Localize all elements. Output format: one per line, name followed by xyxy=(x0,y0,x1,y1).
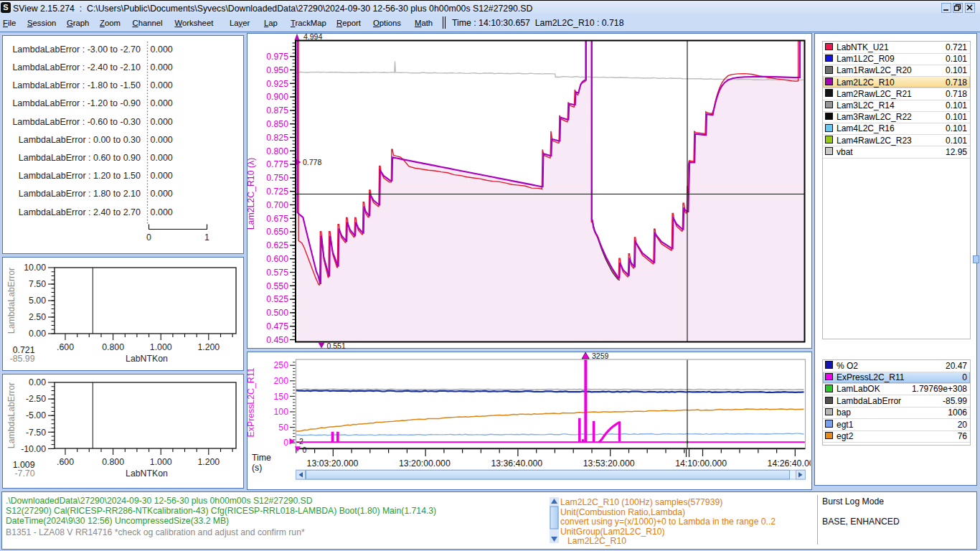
svg-text:0.575: 0.575 xyxy=(266,268,288,278)
svg-text:-10.00: -10.00 xyxy=(21,444,46,454)
svg-text:0.550: 0.550 xyxy=(266,281,288,291)
svg-text:-7.50: -7.50 xyxy=(26,428,46,438)
svg-text:0.925: 0.925 xyxy=(266,79,288,89)
svg-text:LambdaLabError : -2.40 to -2.1: LambdaLabError : -2.40 to -2.10 xyxy=(12,62,141,72)
svg-text:0.650: 0.650 xyxy=(266,227,288,237)
svg-text:0.950: 0.950 xyxy=(266,65,288,75)
svg-text:ExPressL2C_R11: ExPressL2C_R11 xyxy=(246,367,256,437)
svg-text:7.50: 7.50 xyxy=(29,279,46,289)
svg-text:0.600: 0.600 xyxy=(266,254,288,264)
svg-text:0.775: 0.775 xyxy=(266,159,288,169)
svg-text:0.000: 0.000 xyxy=(151,207,173,217)
svg-text:0: 0 xyxy=(283,438,288,448)
svg-text:150: 150 xyxy=(273,392,288,402)
svg-text:0: 0 xyxy=(303,446,307,454)
svg-text:14:26:40.000: 14:26:40.000 xyxy=(768,458,819,468)
svg-text:2.50: 2.50 xyxy=(29,312,46,322)
svg-text:0.778: 0.778 xyxy=(303,158,321,166)
svg-text:0.000: 0.000 xyxy=(151,135,173,145)
svg-text:1.000: 1.000 xyxy=(150,342,172,352)
svg-text:0.450: 0.450 xyxy=(266,335,288,345)
svg-text:0.800: 0.800 xyxy=(266,146,288,156)
svg-text:LambdaLabError : 1.20 to 1.50: LambdaLabError : 1.20 to 1.50 xyxy=(19,171,141,181)
svg-text:LambdaLabError : 1.80 to 2.10: LambdaLabError : 1.80 to 2.10 xyxy=(19,189,141,199)
svg-text:0.750: 0.750 xyxy=(266,173,288,183)
svg-text:LabNTKon: LabNTKon xyxy=(126,468,168,479)
svg-text:LambdaLabError: LambdaLabError xyxy=(6,382,17,448)
svg-text:0.00: 0.00 xyxy=(29,329,46,339)
svg-text:0.000: 0.000 xyxy=(151,171,173,181)
svg-text:.600: .600 xyxy=(57,342,74,352)
svg-text:LambdaLabError : 2.40 to 2.70: LambdaLabError : 2.40 to 2.70 xyxy=(19,207,141,217)
svg-text:100: 100 xyxy=(273,407,288,417)
svg-text:0.675: 0.675 xyxy=(266,214,288,224)
svg-text:0.850: 0.850 xyxy=(266,119,288,129)
svg-text:1: 1 xyxy=(204,232,209,242)
svg-text:0.800: 0.800 xyxy=(102,457,124,467)
svg-text:13:53:20.000: 13:53:20.000 xyxy=(583,458,635,468)
svg-text:13:03:20.000: 13:03:20.000 xyxy=(307,458,359,468)
svg-text:0: 0 xyxy=(146,232,151,242)
svg-text:1.200: 1.200 xyxy=(197,457,220,467)
svg-text:10.00: 10.00 xyxy=(24,263,46,273)
svg-text:1.000: 1.000 xyxy=(150,457,172,467)
svg-text:Time: Time xyxy=(252,453,271,463)
svg-text:50: 50 xyxy=(278,423,288,433)
svg-text:0.725: 0.725 xyxy=(266,187,288,197)
svg-text:-2: -2 xyxy=(297,437,303,446)
svg-text:LambdaLabError: LambdaLabError xyxy=(6,268,17,334)
svg-text:-7.70: -7.70 xyxy=(14,468,34,479)
svg-text:250: 250 xyxy=(273,360,288,370)
svg-text:0.625: 0.625 xyxy=(266,240,288,250)
svg-text:0.000: 0.000 xyxy=(151,153,173,163)
svg-text:LambdaLabError : -1.20 to -0.9: LambdaLabError : -1.20 to -0.90 xyxy=(12,98,141,108)
svg-text:0.800: 0.800 xyxy=(102,342,124,352)
svg-text:(s): (s) xyxy=(252,463,262,473)
svg-text:4.994: 4.994 xyxy=(303,32,322,41)
svg-text:0.900: 0.900 xyxy=(266,92,288,102)
svg-text:0.551: 0.551 xyxy=(327,342,346,350)
svg-text:0.000: 0.000 xyxy=(151,117,173,127)
svg-text:5.00: 5.00 xyxy=(29,296,46,306)
svg-text:14:10:00.000: 14:10:00.000 xyxy=(675,458,727,468)
svg-text:0.475: 0.475 xyxy=(266,321,288,331)
svg-text:3259: 3259 xyxy=(592,352,609,360)
svg-text:0.500: 0.500 xyxy=(266,308,288,318)
svg-text:0.000: 0.000 xyxy=(151,80,173,90)
svg-text:0.000: 0.000 xyxy=(151,98,173,108)
svg-text:-85.99: -85.99 xyxy=(10,354,35,364)
svg-text:200: 200 xyxy=(273,376,288,386)
svg-text:0.000: 0.000 xyxy=(151,62,173,72)
svg-text:0.875: 0.875 xyxy=(266,105,288,116)
svg-text:LambdaLabError : -3.00 to -2.7: LambdaLabError : -3.00 to -2.70 xyxy=(12,44,141,55)
svg-text:13:20:00.000: 13:20:00.000 xyxy=(399,458,451,468)
svg-text:0.825: 0.825 xyxy=(266,133,288,143)
svg-text:LabNTKon: LabNTKon xyxy=(126,354,168,364)
svg-text:-5.00: -5.00 xyxy=(26,410,46,420)
svg-text:0.700: 0.700 xyxy=(266,200,288,210)
svg-text:Lam2L2C_R10 (λ): Lam2L2C_R10 (λ) xyxy=(246,158,256,230)
svg-text:LambdaLabError : -0.60 to -0.3: LambdaLabError : -0.60 to -0.30 xyxy=(12,117,141,127)
svg-text:LambdaLabError : 0.00 to 0.30: LambdaLabError : 0.00 to 0.30 xyxy=(19,135,141,145)
svg-text:1.200: 1.200 xyxy=(197,342,220,352)
svg-text:0.525: 0.525 xyxy=(266,294,288,304)
svg-text:LambdaLabError : 0.60 to 0.90: LambdaLabError : 0.60 to 0.90 xyxy=(19,153,141,163)
svg-text:LambdaLabError : -1.80 to -1.5: LambdaLabError : -1.80 to -1.50 xyxy=(12,80,141,90)
svg-text:0.975: 0.975 xyxy=(266,52,288,62)
svg-text:-2.50: -2.50 xyxy=(26,394,46,404)
svg-text:13:36:40.000: 13:36:40.000 xyxy=(491,458,542,468)
svg-text:0.000: 0.000 xyxy=(151,189,173,199)
svg-text:.600: .600 xyxy=(57,457,74,467)
svg-text:0.00: 0.00 xyxy=(29,377,46,387)
svg-text:0.000: 0.000 xyxy=(151,44,173,55)
